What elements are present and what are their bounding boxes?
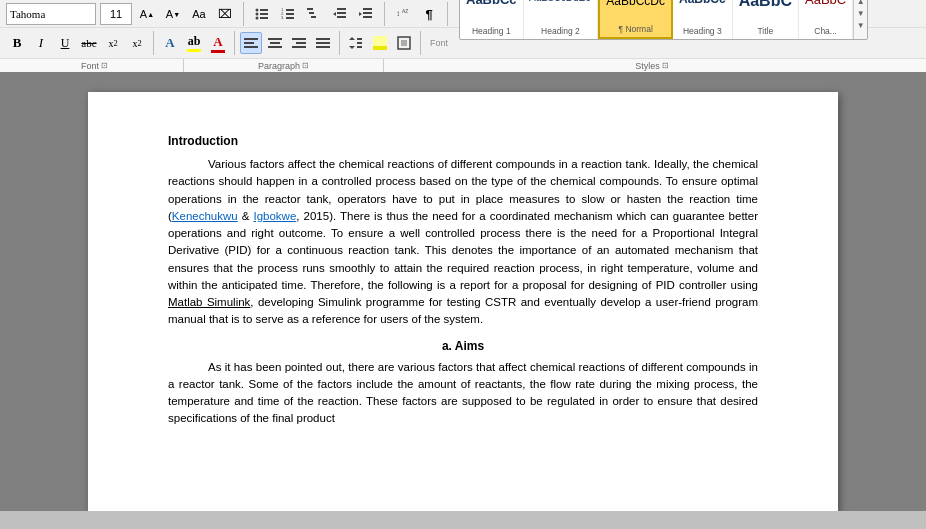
style-title[interactable]: AaBbC Title bbox=[733, 0, 799, 39]
show-formatting-button[interactable]: ¶ bbox=[418, 3, 440, 25]
svg-rect-7 bbox=[286, 9, 294, 11]
svg-rect-39 bbox=[357, 38, 362, 40]
svg-marker-38 bbox=[349, 46, 355, 49]
styles-label-container: Styles ⊡ bbox=[384, 59, 920, 72]
decrease-indent-button[interactable] bbox=[329, 3, 351, 25]
font-grow-button[interactable]: A▲ bbox=[136, 3, 158, 25]
intro-paragraph: Various factors affect the chemical reac… bbox=[168, 156, 758, 329]
svg-rect-4 bbox=[260, 13, 268, 15]
svg-rect-43 bbox=[373, 46, 387, 50]
svg-rect-26 bbox=[244, 42, 254, 44]
svg-rect-14 bbox=[311, 16, 316, 18]
paragraph-expand-icon[interactable]: ⊡ bbox=[302, 61, 309, 70]
numbering-button[interactable]: 1.2.3. bbox=[277, 3, 299, 25]
divider2 bbox=[384, 2, 385, 26]
svg-rect-35 bbox=[316, 42, 330, 44]
font-label: Font bbox=[81, 61, 99, 71]
title-preview: AaBbC bbox=[739, 0, 792, 10]
underline-button[interactable]: U bbox=[54, 32, 76, 54]
heading1-preview: AaBbCc bbox=[466, 0, 517, 7]
divider1 bbox=[243, 2, 244, 26]
svg-rect-12 bbox=[307, 8, 313, 10]
svg-rect-9 bbox=[286, 13, 294, 15]
svg-rect-5 bbox=[260, 17, 268, 19]
font-expand-icon[interactable]: ⊡ bbox=[101, 61, 108, 70]
heading2-label: Heading 2 bbox=[541, 26, 580, 36]
group-labels-row: Font ⊡ Paragraph ⊡ Styles ⊡ bbox=[0, 58, 926, 72]
charstyle-preview: AaBbC bbox=[805, 0, 846, 7]
sort-button[interactable]: ↕AZ bbox=[392, 3, 414, 25]
svg-text:AZ: AZ bbox=[402, 8, 408, 14]
svg-rect-34 bbox=[316, 38, 330, 40]
gallery-scroll[interactable]: ▲ ▼ ▼ bbox=[853, 0, 867, 39]
normal-label: ¶ Normal bbox=[618, 24, 652, 34]
change-case-button[interactable]: Aa bbox=[188, 3, 210, 25]
svg-rect-3 bbox=[260, 9, 268, 11]
document-page: Introduction Various factors affect the … bbox=[88, 92, 838, 511]
svg-rect-32 bbox=[296, 42, 306, 44]
svg-rect-45 bbox=[401, 40, 407, 46]
align-left-button[interactable] bbox=[240, 32, 262, 54]
svg-rect-19 bbox=[363, 8, 372, 10]
font-name-input[interactable] bbox=[6, 3, 96, 25]
svg-marker-37 bbox=[349, 37, 355, 40]
svg-marker-18 bbox=[333, 12, 336, 16]
title-label: Title bbox=[757, 26, 773, 36]
style-heading1[interactable]: AaBbCc Heading 1 bbox=[460, 0, 524, 39]
paragraph-label-container: Paragraph ⊡ bbox=[184, 59, 384, 72]
hyperlink-kenechukwu: Kenechukwu bbox=[172, 210, 238, 222]
subscript-button[interactable]: x2 bbox=[102, 32, 124, 54]
svg-rect-21 bbox=[363, 16, 372, 18]
styles-gallery: AaBbCc Heading 1 AaBbCcDdEe Heading 2 Aa… bbox=[459, 0, 868, 40]
svg-rect-15 bbox=[337, 8, 346, 10]
font-shrink-button[interactable]: A▼ bbox=[162, 3, 184, 25]
svg-point-2 bbox=[256, 17, 259, 20]
svg-point-0 bbox=[256, 9, 259, 12]
svg-rect-29 bbox=[270, 42, 280, 44]
highlight-button[interactable]: ab bbox=[183, 32, 205, 54]
svg-rect-17 bbox=[337, 16, 346, 18]
bullets-button[interactable] bbox=[251, 3, 273, 25]
svg-rect-33 bbox=[292, 46, 306, 48]
svg-marker-22 bbox=[359, 12, 362, 16]
font-size-input[interactable] bbox=[100, 3, 132, 25]
style-heading2[interactable]: AaBbCcDdEe Heading 2 bbox=[524, 0, 599, 39]
svg-text:3.: 3. bbox=[281, 15, 284, 20]
divider5 bbox=[234, 31, 235, 55]
paragraph-label: Paragraph bbox=[258, 61, 300, 71]
style-charstyle[interactable]: AaBbC Cha... bbox=[799, 0, 853, 39]
heading1-label: Heading 1 bbox=[472, 26, 511, 36]
text-effects-button[interactable]: A bbox=[159, 32, 181, 54]
multilevel-list-button[interactable] bbox=[303, 3, 325, 25]
justify-button[interactable] bbox=[312, 32, 334, 54]
style-heading3[interactable]: AaBbCc Heading 3 bbox=[673, 0, 733, 39]
shading-button[interactable] bbox=[369, 32, 391, 54]
bold-button[interactable]: B bbox=[6, 32, 28, 54]
introduction-heading: Introduction bbox=[168, 132, 758, 150]
styles-expand-icon[interactable]: ⊡ bbox=[662, 61, 669, 70]
align-right-button[interactable] bbox=[288, 32, 310, 54]
font-label-container: Font ⊡ bbox=[6, 59, 184, 72]
increase-indent-button[interactable] bbox=[355, 3, 377, 25]
style-normal[interactable]: AaBbCcDc ¶ Normal bbox=[598, 0, 673, 39]
svg-rect-41 bbox=[357, 46, 362, 48]
svg-point-1 bbox=[256, 13, 259, 16]
toolbar-row1: A▲ A▼ Aa ⌧ 1.2.3. ↕AZ bbox=[0, 0, 926, 28]
clear-formatting-button[interactable]: ⌧ bbox=[214, 3, 236, 25]
superscript-button[interactable]: x2 bbox=[126, 32, 148, 54]
svg-rect-31 bbox=[292, 38, 306, 40]
ribbon: A▲ A▼ Aa ⌧ 1.2.3. ↕AZ bbox=[0, 0, 926, 72]
font-color-button[interactable]: A bbox=[207, 32, 229, 54]
aims-heading: a. Aims bbox=[168, 337, 758, 355]
italic-button[interactable]: I bbox=[30, 32, 52, 54]
svg-rect-13 bbox=[309, 12, 314, 14]
heading3-label: Heading 3 bbox=[683, 26, 722, 36]
charstyle-label: Cha... bbox=[814, 26, 837, 36]
line-spacing-button[interactable] bbox=[345, 32, 367, 54]
svg-rect-16 bbox=[337, 12, 346, 14]
svg-rect-11 bbox=[286, 17, 294, 19]
strikethrough-button[interactable]: abc bbox=[78, 32, 100, 54]
align-center-button[interactable] bbox=[264, 32, 286, 54]
svg-rect-40 bbox=[357, 42, 362, 44]
border-button[interactable] bbox=[393, 32, 415, 54]
